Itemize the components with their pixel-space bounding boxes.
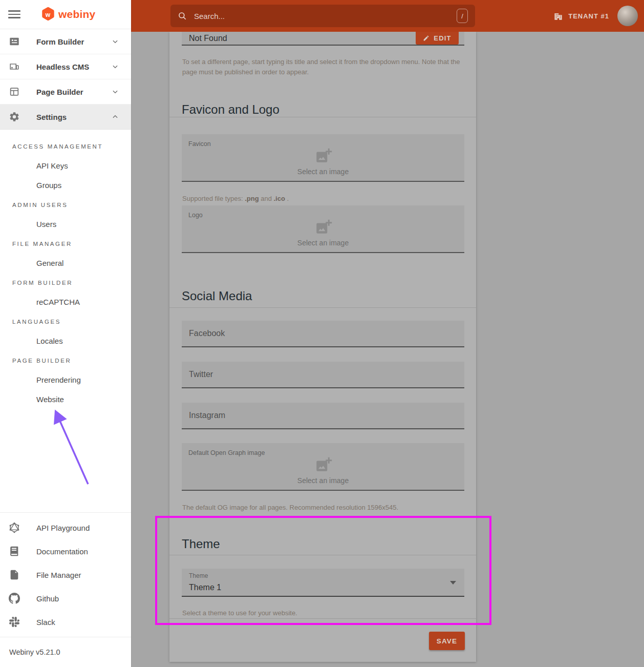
theme-helper-text: Select a theme to use for your website. [182,608,461,618]
github-icon [8,593,20,604]
chevron-down-icon [112,63,119,70]
search-input[interactable]: Search... / [170,5,475,27]
sidebar-item-label: Headless CMS [36,62,112,71]
website-settings-card: Not Found EDIT To set a different page, … [169,32,476,662]
instagram-field-label: Instagram [189,411,225,420]
submenu-section-page-builder: PAGE BUILDER [0,356,131,365]
twitter-field-label: Twitter [189,370,213,379]
og-helper-text: The default OG image for all pages. Reco… [182,503,461,513]
sidebar-item-settings[interactable]: Settings [0,105,131,130]
gear-icon [8,111,20,122]
book-icon [8,546,20,557]
sidebar-item-form-builder[interactable]: Form Builder [0,29,131,54]
logo-upload-field[interactable]: Logo Select an image [182,205,464,253]
page: Search... / TENANT #1 w webiny [0,0,644,667]
submenu-item-prerendering[interactable]: Prerendering [0,375,131,385]
sidebar-bottom: API Playground Documentation [0,512,131,667]
submenu-section-form-builder: FORM BUILDER [0,278,131,287]
image-add-icon [314,147,332,167]
favicon-logo-title: Favicon and Logo [182,102,280,117]
image-add-icon [314,218,332,238]
image-add-icon [314,455,332,476]
chevron-down-icon [112,88,119,95]
chevron-up-icon [112,113,119,120]
sidebar: w webiny Form Builder [0,0,131,667]
sidebar-item-label: Form Builder [36,37,112,46]
og-image-field-label: Default Open Graph image [188,449,265,456]
headless-cms-icon [8,61,20,72]
sidebar-item-label: File Manager [36,571,81,579]
og-image-upload-field[interactable]: Default Open Graph image Select an image [182,443,464,491]
menu-toggle-icon[interactable] [8,8,20,20]
submenu-section-languages: LANGUAGES [0,317,131,326]
sidebar-item-label: Slack [36,618,55,627]
sidebar-item-label: Github [36,594,59,603]
sidebar-item-slack[interactable]: Slack [0,610,131,634]
sidebar-item-headless-cms[interactable]: Headless CMS [0,54,131,79]
favicon-helper-text: Supported file types: .png and .ico . [182,194,461,204]
svg-text:w: w [45,11,51,18]
sidebar-item-page-builder[interactable]: Page Builder [0,79,131,105]
page-builder-icon [8,86,20,97]
tenant-selector[interactable]: TENANT #1 [553,0,638,32]
section-divider [169,618,476,619]
settings-submenu: ACCESS MANAGEMENT API Keys Groups ADMIN … [0,130,131,404]
app-version: Webiny v5.21.0 [0,637,131,667]
logo-field-label: Logo [188,212,203,219]
submenu-item-groups[interactable]: Groups [0,180,131,190]
facebook-field[interactable]: Facebook [182,321,464,347]
sidebar-item-github[interactable]: Github [0,587,131,610]
building-icon [553,11,563,21]
instagram-field[interactable]: Instagram [182,403,464,429]
submenu-item-website[interactable]: Website [0,394,131,404]
webiny-logo-text: webiny [58,8,95,20]
section-divider [169,555,476,555]
edit-button[interactable]: EDIT [416,32,459,45]
chevron-down-icon [112,38,119,45]
graphql-icon [8,522,20,533]
main-content: Not Found EDIT To set a different page, … [131,32,644,667]
select-image-label: Select an image [182,168,464,176]
favicon-upload-field[interactable]: Favicon Select an image [182,134,464,182]
sidebar-item-file-manager[interactable]: File Manager [0,563,131,587]
sidebar-item-documentation[interactable]: Documentation [0,539,131,563]
slack-icon [8,617,20,627]
chevron-down-icon [450,581,456,585]
submenu-item-users[interactable]: Users [0,219,131,229]
favicon-field-label: Favicon [188,140,211,148]
webiny-logo[interactable]: w webiny [41,7,95,22]
search-icon [178,11,187,20]
submenu-section-file-manager: FILE MANAGER [0,239,131,248]
topbar: Search... / TENANT #1 [131,0,644,32]
form-builder-icon [8,36,20,47]
submenu-item-general[interactable]: General [0,258,131,268]
submenu-section-admin-users: ADMIN USERS [0,200,131,210]
twitter-field[interactable]: Twitter [182,362,464,388]
submenu-item-locales[interactable]: Locales [0,336,131,346]
section-divider [169,307,476,308]
sidebar-item-api-playground[interactable]: API Playground [0,516,131,539]
file-icon [8,569,20,580]
submenu-item-api-keys[interactable]: API Keys [0,161,131,171]
theme-select-value: Theme 1 [189,583,221,592]
social-media-title: Social Media [182,289,252,303]
webiny-logo-mark: w [41,7,55,22]
pencil-icon [423,35,430,41]
sidebar-item-label: Settings [36,113,112,121]
save-button[interactable]: SAVE [429,632,465,650]
theme-title: Theme [182,537,220,551]
sidebar-header: w webiny [0,0,131,29]
submenu-item-recaptcha[interactable]: reCAPTCHA [0,297,131,307]
not-found-page-value: Not Found [189,34,227,43]
sidebar-item-label: API Playground [36,524,90,532]
search-placeholder: Search... [194,12,457,20]
avatar[interactable] [617,6,638,26]
submenu-section-access-management: ACCESS MANAGEMENT [0,141,131,151]
sidebar-item-label: Documentation [36,547,88,556]
section-divider [169,117,476,117]
sidebar-nav: Form Builder Headless CMS [0,29,131,130]
theme-select[interactable]: Theme Theme 1 [182,569,464,597]
select-image-label: Select an image [182,476,464,485]
shortcut-hint: / [457,9,468,23]
sidebar-item-label: Page Builder [36,88,112,96]
